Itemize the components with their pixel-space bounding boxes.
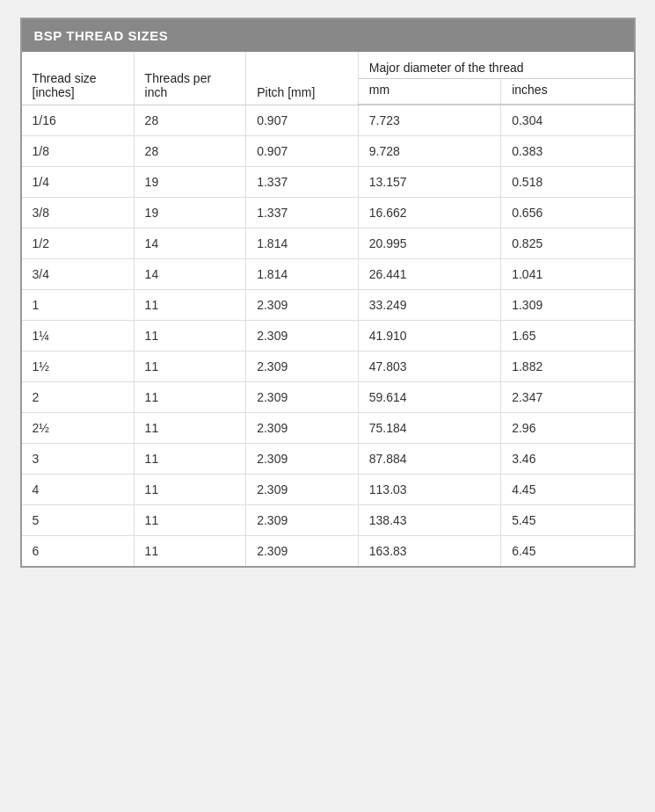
col-header-thread-size: Thread size [inches]: [22, 52, 135, 105]
cell-inches: 0.518: [501, 167, 634, 198]
cell-thread-size: 1/4: [22, 167, 135, 198]
cell-mm: 41.910: [358, 321, 500, 352]
table-row: 2½112.30975.1842.96: [22, 413, 634, 444]
cell-thread-size: 3/8: [22, 198, 135, 228]
cell-tpi: 14: [134, 259, 246, 290]
cell-tpi: 11: [134, 475, 246, 505]
cell-thread-size: 2½: [22, 413, 135, 444]
table-row: 3/8191.33716.6620.656: [22, 198, 634, 228]
table-row: 2112.30959.6142.347: [22, 382, 634, 413]
cell-mm: 113.03: [358, 475, 500, 505]
cell-pitch: 2.309: [246, 290, 359, 321]
cell-pitch: 2.309: [246, 382, 359, 413]
cell-mm: 16.662: [358, 198, 500, 228]
cell-inches: 2.347: [501, 382, 634, 413]
table-body: 1/16280.9077.7230.3041/8280.9079.7280.38…: [22, 105, 634, 566]
cell-thread-size: 3/4: [22, 259, 135, 290]
cell-pitch: 0.907: [246, 105, 359, 136]
cell-thread-size: 1¼: [22, 321, 135, 352]
table-row: 1/4191.33713.1570.518: [22, 167, 634, 198]
cell-thread-size: 4: [22, 475, 135, 505]
cell-pitch: 2.309: [246, 352, 359, 382]
cell-inches: 1.041: [501, 259, 634, 290]
table-row: 1/2141.81420.9950.825: [22, 228, 634, 259]
cell-mm: 7.723: [358, 105, 500, 136]
cell-thread-size: 2: [22, 382, 135, 413]
cell-pitch: 2.309: [246, 444, 359, 475]
cell-tpi: 19: [134, 167, 246, 198]
table-row: 1½112.30947.8031.882: [22, 352, 634, 382]
col-header-tpi: Threads per inch: [134, 52, 246, 105]
cell-inches: 0.383: [501, 136, 634, 167]
cell-thread-size: 5: [22, 505, 135, 536]
cell-inches: 2.96: [501, 413, 634, 444]
cell-tpi: 28: [134, 136, 246, 167]
cell-inches: 4.45: [501, 475, 634, 505]
cell-tpi: 11: [134, 321, 246, 352]
cell-mm: 59.614: [358, 382, 500, 413]
table-row: 3112.30987.8843.46: [22, 444, 634, 475]
cell-pitch: 1.337: [246, 198, 359, 228]
table-row: 6112.309163.836.45: [22, 536, 634, 567]
cell-inches: 0.825: [501, 228, 634, 259]
cell-inches: 0.656: [501, 198, 634, 228]
cell-inches: 0.304: [501, 105, 634, 136]
cell-inches: 5.45: [501, 505, 634, 536]
cell-thread-size: 1/8: [22, 136, 135, 167]
cell-pitch: 0.907: [246, 136, 359, 167]
cell-thread-size: 1/2: [22, 228, 135, 259]
cell-tpi: 11: [134, 352, 246, 382]
cell-tpi: 11: [134, 290, 246, 321]
cell-tpi: 28: [134, 105, 246, 136]
col-subheader-inches: inches: [501, 79, 634, 105]
cell-pitch: 1.814: [246, 228, 359, 259]
cell-inches: 1.882: [501, 352, 634, 382]
cell-tpi: 11: [134, 382, 246, 413]
cell-mm: 138.43: [358, 505, 500, 536]
cell-mm: 13.157: [358, 167, 500, 198]
cell-thread-size: 1½: [22, 352, 135, 382]
cell-tpi: 11: [134, 413, 246, 444]
cell-pitch: 2.309: [246, 475, 359, 505]
cell-pitch: 2.309: [246, 413, 359, 444]
cell-inches: 6.45: [501, 536, 634, 567]
col-header-pitch: Pitch [mm]: [246, 52, 359, 105]
cell-tpi: 14: [134, 228, 246, 259]
table-row: 1112.30933.2491.309: [22, 290, 634, 321]
cell-mm: 26.441: [358, 259, 500, 290]
cell-tpi: 19: [134, 198, 246, 228]
cell-pitch: 2.309: [246, 321, 359, 352]
cell-tpi: 11: [134, 444, 246, 475]
cell-pitch: 2.309: [246, 505, 359, 536]
bsp-thread-table: Thread size [inches] Threads per inch Pi…: [22, 52, 634, 566]
cell-thread-size: 6: [22, 536, 135, 567]
table-row: 3/4141.81426.4411.041: [22, 259, 634, 290]
cell-tpi: 11: [134, 536, 246, 567]
table-row: 1¼112.30941.9101.65: [22, 321, 634, 352]
cell-mm: 75.184: [358, 413, 500, 444]
cell-inches: 3.46: [501, 444, 634, 475]
cell-mm: 163.83: [358, 536, 500, 567]
table-row: 1/16280.9077.7230.304: [22, 105, 634, 136]
cell-pitch: 1.337: [246, 167, 359, 198]
cell-inches: 1.65: [501, 321, 634, 352]
col-subheader-mm: mm: [358, 79, 500, 105]
table-row: 5112.309138.435.45: [22, 505, 634, 536]
col-header-major-diam: Major diameter of the thread: [358, 52, 633, 79]
cell-thread-size: 3: [22, 444, 135, 475]
cell-mm: 20.995: [358, 228, 500, 259]
cell-thread-size: 1/16: [22, 105, 135, 136]
cell-inches: 1.309: [501, 290, 634, 321]
bsp-thread-table-container: BSP THREAD SIZES Thread size [inches] Th…: [20, 18, 636, 568]
cell-mm: 9.728: [358, 136, 500, 167]
cell-thread-size: 1: [22, 290, 135, 321]
cell-mm: 47.803: [358, 352, 500, 382]
cell-mm: 87.884: [358, 444, 500, 475]
cell-pitch: 2.309: [246, 536, 359, 567]
table-row: 4112.309113.034.45: [22, 475, 634, 505]
cell-pitch: 1.814: [246, 259, 359, 290]
cell-mm: 33.249: [358, 290, 500, 321]
table-title: BSP THREAD SIZES: [22, 19, 634, 52]
table-row: 1/8280.9079.7280.383: [22, 136, 634, 167]
cell-tpi: 11: [134, 505, 246, 536]
